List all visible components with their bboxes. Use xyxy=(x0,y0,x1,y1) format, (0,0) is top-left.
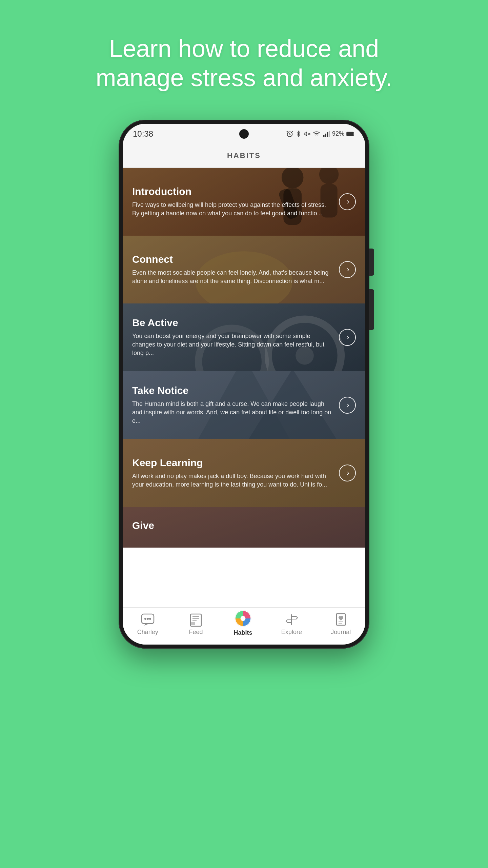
nav-item-explore[interactable]: Explore xyxy=(281,613,302,636)
nav-label-feed: Feed xyxy=(189,629,203,636)
page-headline: Learn how to reduce and manage stress an… xyxy=(68,34,419,93)
card-connect-text: Even the most sociable people can feel l… xyxy=(132,269,331,285)
explore-icon xyxy=(283,613,300,627)
nav-item-charley[interactable]: Charley xyxy=(137,613,158,636)
front-camera xyxy=(239,129,249,139)
card-give-title: Give xyxy=(132,520,331,531)
habits-wheel-icon xyxy=(234,610,252,627)
card-connect-title: Connect xyxy=(132,254,331,265)
card-connect[interactable]: Connect Even the most sociable people ca… xyxy=(123,236,365,303)
phone-device: 10:38 xyxy=(119,120,369,649)
card-active-title: Be Active xyxy=(132,317,331,329)
card-connect-arrow[interactable]: › xyxy=(339,261,356,278)
card-give[interactable]: Give xyxy=(123,507,365,548)
content-area: Introduction Five ways to wellbeing will… xyxy=(123,168,365,607)
nav-label-explore: Explore xyxy=(281,629,302,636)
card-learning-title: Keep Learning xyxy=(132,457,331,469)
svg-rect-8 xyxy=(329,131,330,137)
card-notice-arrow[interactable]: › xyxy=(339,397,356,414)
status-time: 10:38 xyxy=(133,129,153,139)
feed-icon xyxy=(187,613,205,627)
nav-item-feed[interactable]: Feed xyxy=(187,613,205,636)
card-learning-arrow[interactable]: › xyxy=(339,465,356,481)
battery-percent: 92% xyxy=(332,130,344,137)
card-take-notice[interactable]: Take Notice The Human mind is both a gif… xyxy=(123,371,365,439)
app-header: HABITS xyxy=(123,144,365,168)
card-be-active[interactable]: Be Active You can boost your energy and … xyxy=(123,303,365,371)
card-intro-text: Five ways to wellbeing will help protect… xyxy=(132,201,331,218)
bottom-nav: Charley Feed xyxy=(123,607,365,645)
side-button-1 xyxy=(369,249,374,276)
svg-point-30 xyxy=(147,618,149,620)
card-intro-title: Introduction xyxy=(132,186,331,197)
nav-label-charley: Charley xyxy=(137,629,158,636)
journal-icon xyxy=(332,613,350,627)
status-bar: 10:38 xyxy=(123,124,365,144)
card-keep-learning[interactable]: Keep Learning All work and no play makes… xyxy=(123,439,365,507)
card-active-arrow[interactable]: › xyxy=(339,329,356,346)
svg-point-38 xyxy=(241,616,246,621)
nav-label-habits: Habits xyxy=(233,629,252,636)
card-intro-arrow[interactable]: › xyxy=(339,193,356,210)
nav-label-journal: Journal xyxy=(331,629,351,636)
svg-rect-7 xyxy=(327,132,328,137)
svg-rect-5 xyxy=(323,135,325,137)
nav-item-habits[interactable]: Habits xyxy=(233,612,252,636)
svg-marker-1 xyxy=(304,132,307,136)
svg-point-31 xyxy=(149,618,151,620)
side-button-2 xyxy=(369,289,374,330)
svg-point-29 xyxy=(144,618,146,620)
card-notice-title: Take Notice xyxy=(132,385,331,396)
card-learning-text: All work and no play makes jack a dull b… xyxy=(132,472,331,489)
card-introduction[interactable]: Introduction Five ways to wellbeing will… xyxy=(123,168,365,236)
svg-rect-36 xyxy=(191,622,195,625)
status-icons: 92% xyxy=(286,130,355,138)
svg-rect-6 xyxy=(325,134,326,137)
app-title: HABITS xyxy=(227,151,261,160)
card-notice-text: The Human mind is both a gift and a curs… xyxy=(132,400,331,426)
charley-icon xyxy=(139,613,157,627)
svg-rect-10 xyxy=(347,132,353,135)
nav-item-journal[interactable]: Journal xyxy=(331,613,351,636)
card-active-text: You can boost your energy and your brain… xyxy=(132,332,331,358)
